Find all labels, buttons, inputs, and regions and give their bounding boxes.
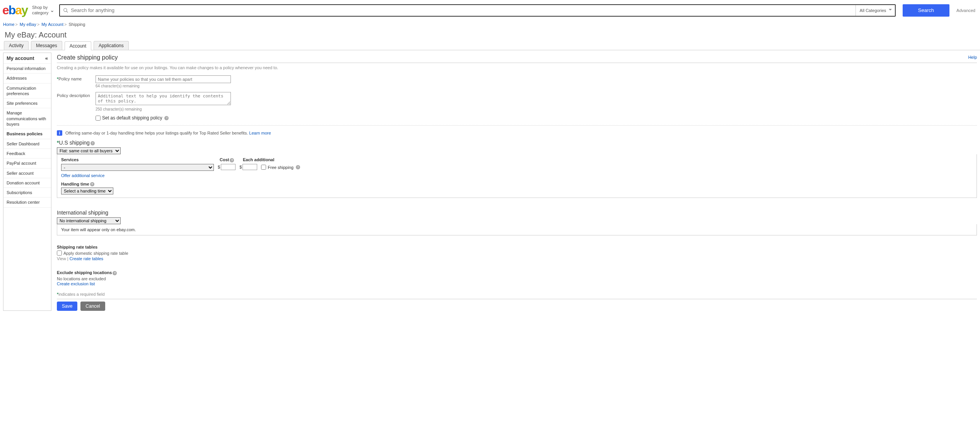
info-icon[interactable]: ? <box>90 182 94 186</box>
sidebar-item-feedback[interactable]: Feedback <box>3 149 51 159</box>
breadcrumb-current: Shipping <box>69 22 85 27</box>
policy-desc-counter: 250 character(s) remaining <box>96 107 231 111</box>
account-tabs: Activity Messages Account Applications <box>0 41 980 50</box>
learn-more-link[interactable]: Learn more <box>249 131 271 135</box>
sidebar-item-personal-info[interactable]: Personal information <box>3 64 51 73</box>
policy-desc-label: Policy description <box>57 92 96 98</box>
info-icon[interactable]: ? <box>296 165 300 169</box>
separator <box>57 125 977 126</box>
cost-input[interactable] <box>221 164 236 170</box>
default-policy-label: Set as default shipping policy <box>102 115 162 121</box>
info-icon[interactable]: ? <box>90 141 95 145</box>
breadcrumb: Home> My eBay> My Account> Shipping <box>0 20 980 28</box>
create-rate-tables-link[interactable]: Create rate tables <box>70 256 103 261</box>
default-policy-checkbox[interactable] <box>96 116 101 121</box>
us-shipping-panel: Services Cost? Each additional - $ $ Fre… <box>57 154 977 198</box>
intl-shipping-select[interactable]: No international shipping <box>57 217 121 224</box>
sidebar-heading-text: My account <box>7 55 34 61</box>
search-icon <box>60 5 71 16</box>
header: ebay Shop by category ⌄ All Categories S… <box>0 0 980 20</box>
offer-additional-link[interactable]: Offer additional service <box>61 173 104 178</box>
handling-time-label: Handling time <box>61 182 89 186</box>
svg-point-0 <box>64 8 67 11</box>
sidebar-item-seller-dashboard[interactable]: Seller Dashboard <box>3 139 51 149</box>
sidebar-item-site-prefs[interactable]: Site preferences <box>3 99 51 108</box>
breadcrumb-myaccount[interactable]: My Account <box>41 22 63 27</box>
free-shipping-label: Free shipping <box>268 165 294 170</box>
view-label: View <box>57 256 66 261</box>
us-shipping-type-select[interactable]: Flat: same cost to all buyers <box>57 147 121 154</box>
info-icon-box: i <box>57 130 62 136</box>
cancel-button[interactable]: Cancel <box>80 302 105 311</box>
help-link[interactable]: Help <box>968 55 977 60</box>
each-additional-input[interactable] <box>242 164 257 170</box>
section-title: Create shipping policy <box>57 53 977 63</box>
sidebar-item-paypal[interactable]: PayPal account <box>3 159 51 168</box>
apply-domestic-checkbox[interactable] <box>57 251 62 256</box>
tab-messages[interactable]: Messages <box>31 41 62 50</box>
rate-tables-title: Shipping rate tables <box>57 245 977 249</box>
page-title: My eBay: Account <box>0 28 980 41</box>
info-icon[interactable]: ? <box>230 158 234 162</box>
category-select[interactable]: All Categories <box>855 5 895 16</box>
handling-time-select[interactable]: Select a handling time <box>61 187 113 194</box>
breadcrumb-home[interactable]: Home <box>3 22 14 27</box>
search-bar: All Categories <box>59 4 896 17</box>
breadcrumb-myebay[interactable]: My eBay <box>20 22 36 27</box>
ebay-logo[interactable]: ebay <box>2 3 27 17</box>
svg-line-1 <box>67 11 68 12</box>
us-shipping-title: *U.S shipping? <box>57 140 977 146</box>
sidebar-item-comm-prefs[interactable]: Communication preferences <box>3 84 51 99</box>
policy-name-label: *Policy name <box>57 75 96 81</box>
cost-header: Cost <box>220 157 229 162</box>
policy-name-input[interactable] <box>96 75 231 83</box>
tab-account[interactable]: Account <box>65 41 91 50</box>
exclude-title: Exclude shipping locations <box>57 270 112 275</box>
main-content: Help Create shipping policy Creating a p… <box>57 53 977 311</box>
service-select[interactable]: - <box>61 164 214 171</box>
sidebar-item-addresses[interactable]: Addresses <box>3 73 51 83</box>
shop-by-line1: Shop by <box>32 5 48 10</box>
intl-shipping-title: International shipping <box>57 210 977 216</box>
intro-text: Creating a policy makes it available for… <box>57 65 977 70</box>
services-header: Services <box>61 157 216 162</box>
intl-shipping-note: Your item will appear only on ebay.com. <box>61 227 136 232</box>
tab-applications[interactable]: Applications <box>94 41 129 50</box>
apply-domestic-label: Apply domestic shipping rate table <box>63 251 128 256</box>
info-icon[interactable]: ? <box>164 116 169 120</box>
info-banner: i Offering same-day or 1-day handling ti… <box>57 130 977 136</box>
sidebar: My account « Personal information Addres… <box>3 53 51 311</box>
chevron-down-icon: ⌄ <box>50 7 55 14</box>
advanced-search-link[interactable]: Advanced <box>956 8 975 13</box>
search-input[interactable] <box>71 5 855 16</box>
free-shipping-checkbox[interactable] <box>261 165 266 170</box>
search-button[interactable]: Search <box>903 4 949 17</box>
sidebar-heading: My account « <box>3 53 51 64</box>
policy-desc-input[interactable] <box>96 92 231 105</box>
create-exclusion-link[interactable]: Create exclusion list <box>57 281 95 286</box>
sidebar-item-donation[interactable]: Donation account <box>3 178 51 188</box>
shop-by-line2: category <box>32 10 48 15</box>
save-button[interactable]: Save <box>57 302 77 311</box>
sidebar-item-seller-account[interactable]: Seller account <box>3 169 51 178</box>
sidebar-item-resolution[interactable]: Resolution center <box>3 198 51 207</box>
sidebar-item-subscriptions[interactable]: Subscriptions <box>3 188 51 198</box>
policy-name-counter: 64 character(s) remaining <box>96 84 231 88</box>
each-additional-header: Each additional <box>243 157 282 162</box>
tab-activity[interactable]: Activity <box>4 41 29 50</box>
intl-shipping-panel: Your item will appear only on ebay.com. <box>57 224 977 235</box>
sidebar-item-manage-comm[interactable]: Manage communications with buyers <box>3 108 51 129</box>
shop-by-category[interactable]: Shop by category ⌄ <box>32 5 55 15</box>
collapse-icon[interactable]: « <box>45 55 48 61</box>
sidebar-item-business-policies[interactable]: Business policies <box>3 129 51 139</box>
required-note: indicates a required field <box>58 292 104 297</box>
info-icon[interactable]: ? <box>113 271 117 275</box>
exclude-none: No locations are excluded <box>57 276 977 281</box>
info-banner-text: Offering same-day or 1-day handling time… <box>65 131 248 135</box>
